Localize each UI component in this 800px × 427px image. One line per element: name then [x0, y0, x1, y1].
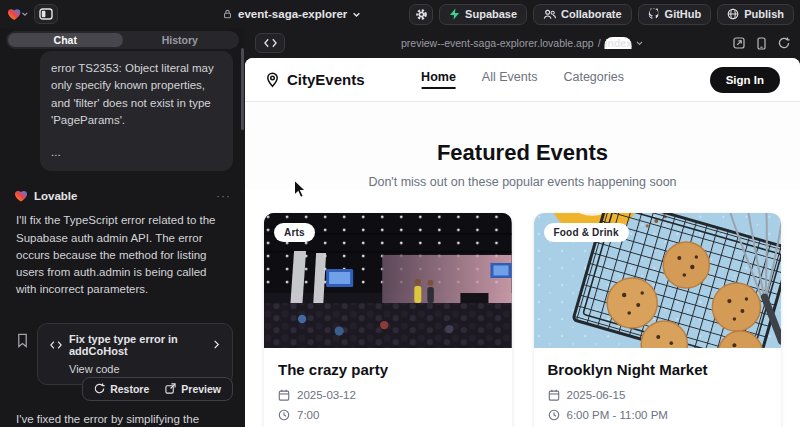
site-nav: Home All Events Categories [421, 70, 624, 89]
event-title: The crazy party [278, 361, 498, 378]
assistant-paragraph-2: I've fixed the error by simplifying the … [16, 411, 229, 427]
preview-label: Preview [181, 383, 221, 395]
site-page: CityEvents Home All Events Categories Si… [245, 58, 800, 427]
assistant-header: Lovable ··· [14, 189, 231, 203]
github-label: GitHub [665, 8, 702, 20]
location-pin-icon [265, 72, 280, 88]
chat-sidebar: Chat History error TS2353: Object litera… [0, 28, 245, 427]
chat-scrollbar[interactable] [241, 48, 244, 130]
open-in-new-tab-icon[interactable] [733, 37, 745, 49]
code-view-toggle[interactable] [255, 33, 285, 53]
view-code-link[interactable]: View code [69, 363, 220, 375]
chevron-down-icon [352, 10, 361, 19]
lovable-heart-icon [14, 190, 28, 202]
event-date: 2025-03-12 [297, 389, 356, 401]
p2-text-a: I've fixed the error by simplifying the … [16, 413, 199, 427]
chat-history-tabs: Chat History [6, 31, 239, 49]
project-name: event-saga-explorer [238, 8, 347, 20]
publish-label: Publish [744, 8, 784, 20]
event-time-row: 6:00 PM - 11:00 PM [548, 409, 768, 421]
tab-chat[interactable]: Chat [8, 33, 123, 47]
collaborate-button[interactable]: Collaborate [533, 4, 632, 25]
nav-all-events[interactable]: All Events [482, 70, 538, 89]
event-date: 2025-06-15 [567, 389, 626, 401]
tab-history[interactable]: History [123, 33, 238, 47]
preview-url[interactable]: preview--event-saga-explorer.lovable.app… [401, 37, 644, 49]
collaborate-label: Collaborate [561, 8, 622, 20]
code-change-card[interactable]: Fix type type error in addCoHost View co… [37, 323, 233, 385]
panel-left-icon [39, 8, 53, 20]
settings-button[interactable] [409, 4, 433, 25]
restore-button[interactable]: Restore [87, 381, 156, 397]
event-card-crazy-party[interactable]: Arts The crazy party [264, 213, 512, 427]
globe-icon [727, 8, 739, 20]
sign-in-button[interactable]: Sign In [710, 67, 780, 93]
github-icon [648, 8, 660, 20]
chevron-down-icon [21, 10, 29, 18]
publish-button[interactable]: Publish [717, 4, 794, 25]
url-host: preview--event-saga-explorer.lovable.app [401, 37, 594, 49]
preview-button[interactable]: Preview [158, 381, 228, 397]
restore-icon [94, 383, 105, 394]
restore-preview-toolbar: Restore Preview [82, 377, 233, 401]
sidebar-toggle-button[interactable] [34, 4, 58, 24]
event-image-cookies: Food & Drink [534, 213, 782, 348]
nav-categories[interactable]: Categories [563, 70, 623, 89]
code-icon [264, 38, 277, 48]
url-separator: / [598, 37, 601, 49]
code-icon [50, 340, 62, 350]
calendar-icon [278, 389, 290, 401]
event-date-row: 2025-03-12 [278, 389, 498, 401]
lovable-logo-menu[interactable] [6, 4, 30, 24]
clock-icon [548, 409, 560, 421]
lock-icon [222, 8, 233, 20]
user-message-text: error TS2353: Object literal may only sp… [51, 60, 222, 129]
event-card-brooklyn-market[interactable]: Food & Drink Brooklyn Night Market [534, 213, 782, 427]
section-title: Featured Events [245, 140, 800, 166]
event-time: 6:00 PM - 11:00 PM [567, 409, 668, 421]
mobile-view-icon[interactable] [757, 37, 766, 50]
assistant-name: Lovable [34, 190, 77, 202]
gear-icon [415, 8, 428, 21]
bookmark-icon[interactable] [16, 333, 29, 348]
url-page: index [605, 37, 632, 49]
chevron-right-icon [213, 340, 220, 349]
preview-toolbar: preview--event-saga-explorer.lovable.app… [245, 28, 800, 58]
lovable-heart-icon [7, 8, 21, 21]
event-cards: Arts The crazy party [264, 213, 781, 427]
section-subtitle: Don't miss out on these popular events h… [245, 175, 800, 189]
calendar-icon [548, 389, 560, 401]
event-time-row: 7:00 [278, 409, 498, 421]
github-button[interactable]: GitHub [638, 4, 712, 25]
refresh-icon[interactable] [778, 37, 790, 49]
site-header: CityEvents Home All Events Categories Si… [245, 58, 800, 102]
preview-pane: preview--event-saga-explorer.lovable.app… [245, 28, 800, 427]
site-logo[interactable]: CityEvents [265, 71, 365, 88]
restore-label: Restore [110, 383, 149, 395]
featured-section-header: Featured Events Don't miss out on these … [245, 102, 800, 189]
people-icon [543, 9, 556, 20]
site-brand-name: CityEvents [287, 71, 365, 88]
code-card-title: Fix type type error in addCoHost [69, 333, 206, 357]
app-window: event-saga-explorer Supabase [0, 0, 800, 427]
event-time: 7:00 [297, 409, 319, 421]
supabase-button[interactable]: Supabase [439, 4, 527, 25]
assistant-paragraph-1: I'll fix the TypeScript error related to… [16, 212, 229, 298]
chevron-down-icon [636, 39, 644, 47]
message-menu-button[interactable]: ··· [216, 189, 231, 203]
event-date-row: 2025-06-15 [548, 389, 768, 401]
event-image-party: Arts [264, 213, 512, 348]
supabase-icon [449, 8, 460, 20]
user-message-bubble: error TS2353: Object literal may only sp… [40, 51, 233, 171]
nav-home[interactable]: Home [421, 70, 456, 89]
external-link-icon [165, 383, 176, 394]
top-bar: event-saga-explorer Supabase [0, 0, 800, 28]
clock-icon [278, 409, 290, 421]
category-badge: Arts [274, 223, 315, 242]
category-badge: Food & Drink [544, 223, 629, 242]
user-message-ellipsis: ... [51, 144, 222, 161]
supabase-label: Supabase [465, 8, 517, 20]
project-title-menu[interactable]: event-saga-explorer [222, 0, 361, 28]
event-title: Brooklyn Night Market [548, 361, 768, 378]
